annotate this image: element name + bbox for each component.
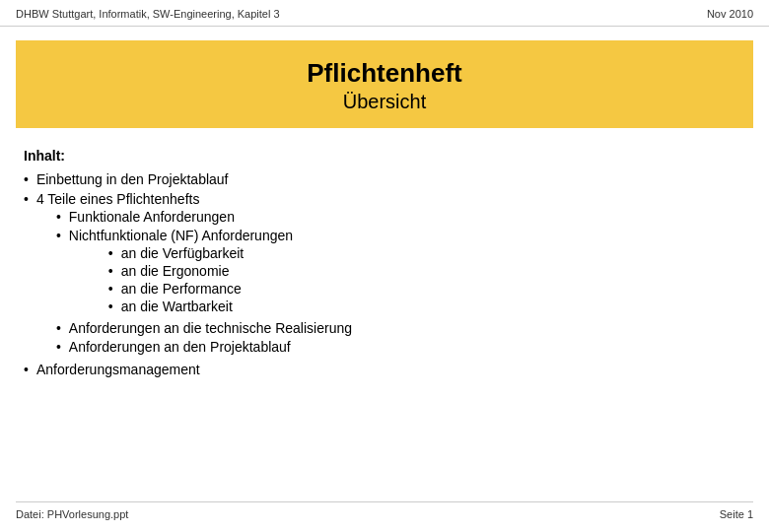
header-left: DHBW Stuttgart, Informatik, SW-Engineeri…	[16, 8, 280, 20]
list-item-text: an die Wartbarkeit	[121, 299, 233, 314]
list-item: Funktionale Anforderungen	[56, 209, 352, 225]
list-item: an die Verfügbarkeit	[108, 245, 293, 261]
content-heading: Inhalt:	[24, 148, 745, 164]
list-item: an die Performance	[108, 281, 293, 297]
footer: Datei: PHVorlesung.ppt Seite 1	[16, 501, 753, 520]
list-item: Nichtfunktionale (NF) Anforderungen an d…	[56, 228, 352, 317]
list-item-text: Anforderungen an die technische Realisie…	[69, 320, 352, 336]
list-item-text: 4 Teile eines Pflichtenhefts	[36, 191, 200, 207]
list-item-text: Einbettung in den Projektablauf	[36, 171, 229, 187]
list-item-text: Funktionale Anforderungen	[69, 209, 235, 225]
list-item: 4 Teile eines Pflichtenhefts Funktionale…	[24, 191, 745, 358]
header-right: Nov 2010	[707, 8, 753, 20]
list-item-text: an die Verfügbarkeit	[121, 245, 245, 261]
list-item-text: Nichtfunktionale (NF) Anforderungen	[69, 228, 293, 243]
content-area: Inhalt: Einbettung in den Projektablauf …	[0, 148, 769, 377]
list-item: an die Ergonomie	[108, 263, 293, 279]
sub-sub-list: an die Verfügbarkeit an die Ergonomie an…	[69, 245, 293, 314]
title-main: Pflichtenheft	[35, 58, 734, 89]
list-item: Einbettung in den Projektablauf	[24, 171, 745, 187]
title-sub: Übersicht	[35, 89, 734, 114]
main-list: Einbettung in den Projektablauf 4 Teile …	[24, 171, 745, 377]
footer-left: Datei: PHVorlesung.ppt	[16, 508, 128, 520]
list-item: Anforderungen an den Projektablauf	[56, 339, 352, 355]
list-item-text: an die Ergonomie	[121, 263, 230, 279]
footer-right: Seite 1	[720, 508, 753, 520]
list-item: an die Wartbarkeit	[108, 299, 293, 314]
list-item: Anforderungen an die technische Realisie…	[56, 320, 352, 336]
list-item-text: Anforderungsmanagement	[36, 362, 200, 377]
header-bar: DHBW Stuttgart, Informatik, SW-Engineeri…	[0, 0, 769, 27]
list-item-text: an die Performance	[121, 281, 242, 297]
sub-list: Funktionale Anforderungen Nichtfunktiona…	[36, 209, 352, 355]
list-item: Anforderungsmanagement	[24, 362, 745, 377]
list-item-text: Anforderungen an den Projektablauf	[69, 339, 291, 355]
title-section: Pflichtenheft Übersicht	[16, 40, 753, 128]
slide: DHBW Stuttgart, Informatik, SW-Engineeri…	[0, 0, 769, 532]
